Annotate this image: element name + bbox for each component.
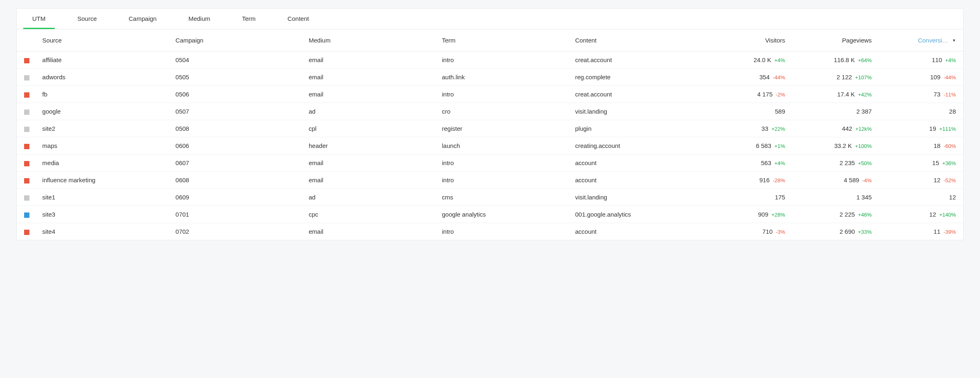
cell-visitors: 710 -3% xyxy=(704,223,790,240)
metric-value: 12 xyxy=(929,211,936,218)
table-row[interactable]: site10609adcmsvisit.landing1751 34512 xyxy=(17,189,963,206)
color-marker-icon xyxy=(24,92,29,98)
cell-source: influence marketing xyxy=(38,172,171,189)
table-row[interactable]: adwords0505emailauth.linkreg.complete354… xyxy=(17,69,963,86)
cell-term: google analytics xyxy=(437,206,570,223)
row-marker xyxy=(17,86,38,103)
table-row[interactable]: media0607emailintroaccount563 +4%2 235 +… xyxy=(17,154,963,172)
table-row[interactable]: affiliate0504emailintrocreat.account24.0… xyxy=(17,51,963,69)
cell-campaign: 0606 xyxy=(171,137,304,154)
row-marker xyxy=(17,189,38,206)
table-row[interactable]: site20508cplregisterplugin33 +22%442 +12… xyxy=(17,120,963,137)
cell-conversions: 110 +4% xyxy=(877,51,963,69)
cell-campaign: 0508 xyxy=(171,120,304,137)
table-row[interactable]: site30701cpcgoogle analytics001.google.a… xyxy=(17,206,963,223)
column-pageviews[interactable]: Pageviews xyxy=(790,29,877,51)
metric-delta: +111% xyxy=(938,126,956,132)
row-marker xyxy=(17,69,38,86)
cell-visitors: 24.0 K +4% xyxy=(704,51,790,69)
cell-pageviews: 4 589 -4% xyxy=(790,172,877,189)
tab-source[interactable]: Source xyxy=(69,9,106,29)
cell-content: reg.complete xyxy=(570,69,704,86)
metric-value: 354 xyxy=(760,74,770,81)
cell-source: affiliate xyxy=(38,51,171,69)
row-marker xyxy=(17,206,38,223)
column-medium[interactable]: Medium xyxy=(304,29,437,51)
cell-content: creating.account xyxy=(570,137,704,154)
cell-medium: email xyxy=(304,51,437,69)
color-marker-icon xyxy=(24,178,29,183)
cell-visitors: 33 +22% xyxy=(704,120,790,137)
cell-conversions: 73 -11% xyxy=(877,86,963,103)
cell-content: account xyxy=(570,172,704,189)
metric-value: 710 xyxy=(762,228,773,235)
metric-delta: +50% xyxy=(857,160,872,166)
tab-term[interactable]: Term xyxy=(233,9,265,29)
metric-delta: -44% xyxy=(942,74,956,81)
cell-content: plugin xyxy=(570,120,704,137)
tab-medium[interactable]: Medium xyxy=(179,9,219,29)
cell-content: visit.landing xyxy=(570,189,704,206)
cell-conversions: 109 -44% xyxy=(877,69,963,86)
cell-term: cro xyxy=(437,103,570,120)
column-conversions-label: Conversi… xyxy=(918,37,948,44)
column-conversions[interactable]: Conversi… ▼ xyxy=(877,29,963,51)
metric-delta: -3% xyxy=(774,229,785,235)
cell-medium: ad xyxy=(304,189,437,206)
cell-conversions: 18 -60% xyxy=(877,137,963,154)
metric-delta: +22% xyxy=(770,126,785,132)
metric-value: 2 235 xyxy=(840,159,855,166)
cell-pageviews: 17.4 K +42% xyxy=(790,86,877,103)
table-row[interactable]: influence marketing0608emailintroaccount… xyxy=(17,172,963,189)
metric-delta: -39% xyxy=(942,229,956,235)
table-row[interactable]: maps0606headerlaunchcreating.account6 58… xyxy=(17,137,963,154)
cell-content: visit.landing xyxy=(570,103,704,120)
column-source[interactable]: Source xyxy=(38,29,171,51)
cell-conversions: 12 -52% xyxy=(877,172,963,189)
column-visitors[interactable]: Visitors xyxy=(704,29,790,51)
cell-term: intro xyxy=(437,86,570,103)
column-campaign[interactable]: Campaign xyxy=(171,29,304,51)
metric-delta: -52% xyxy=(942,177,956,183)
cell-medium: email xyxy=(304,223,437,240)
metric-delta: -2% xyxy=(774,92,785,98)
tab-utm[interactable]: UTM xyxy=(23,9,55,29)
cell-source: adwords xyxy=(38,69,171,86)
tab-campaign[interactable]: Campaign xyxy=(120,9,165,29)
color-marker-icon xyxy=(24,195,29,201)
row-marker xyxy=(17,120,38,137)
metric-value: 11 xyxy=(933,228,940,235)
column-term[interactable]: Term xyxy=(437,29,570,51)
cell-campaign: 0607 xyxy=(171,154,304,172)
metric-value: 17.4 K xyxy=(837,91,855,98)
cell-medium: email xyxy=(304,86,437,103)
color-marker-icon xyxy=(24,75,29,81)
metric-value: 563 xyxy=(761,159,771,166)
cell-pageviews: 2 122 +107% xyxy=(790,69,877,86)
color-marker-icon xyxy=(24,230,29,235)
row-marker xyxy=(17,223,38,240)
color-marker-icon xyxy=(24,144,29,149)
cell-campaign: 0507 xyxy=(171,103,304,120)
table-row[interactable]: site40702emailintroaccount710 -3%2 690 +… xyxy=(17,223,963,240)
table-row[interactable]: google0507adcrovisit.landing5892 38728 xyxy=(17,103,963,120)
metric-value: 4 175 xyxy=(757,91,773,98)
color-marker-icon xyxy=(24,127,29,132)
metric-delta: +36% xyxy=(941,160,956,166)
utm-table: Source Campaign Medium Term Content Visi… xyxy=(17,29,963,240)
cell-campaign: 0701 xyxy=(171,206,304,223)
cell-conversions: 15 +36% xyxy=(877,154,963,172)
tab-content[interactable]: Content xyxy=(278,9,318,29)
cell-term: intro xyxy=(437,223,570,240)
row-marker xyxy=(17,172,38,189)
cell-conversions: 12 +140% xyxy=(877,206,963,223)
table-row[interactable]: fb0506emailintrocreat.account4 175 -2%17… xyxy=(17,86,963,103)
metric-value: 1 345 xyxy=(856,194,872,201)
cell-medium: cpl xyxy=(304,120,437,137)
cell-source: site2 xyxy=(38,120,171,137)
metric-value: 589 xyxy=(775,108,785,115)
cell-term: launch xyxy=(437,137,570,154)
column-content[interactable]: Content xyxy=(570,29,704,51)
cell-term: intro xyxy=(437,51,570,69)
cell-visitors: 175 xyxy=(704,189,790,206)
